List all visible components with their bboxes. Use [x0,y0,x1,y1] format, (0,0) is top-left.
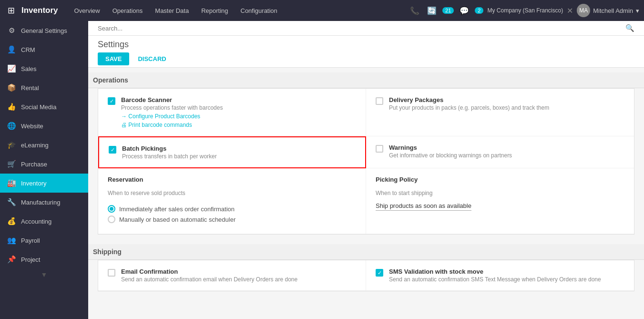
sidebar-label: CRM [21,46,35,53]
checkbox-barcode-box[interactable]: ✓ [108,97,115,105]
setting-barcode-scanner: ✓ Barcode Scanner Process operations fas… [98,89,366,136]
sidebar-item-rental[interactable]: 📦 Rental [0,78,88,97]
setting-picking-policy: Picking Policy When to start shipping Sh… [366,168,634,234]
chat-badge: 2 [475,7,483,14]
social-icon: 👍 [7,102,16,112]
discard-button[interactable]: DISCARD [133,52,171,65]
refresh-icon[interactable]: 🔄 [425,4,439,17]
user-name: Mitchell Admin [593,7,633,14]
menu-configuration[interactable]: Configuration [235,4,283,17]
email-content: Email Confirmation Send an automatic con… [121,268,356,283]
search-bar: 🔍 [88,21,644,36]
barcode-desc: Process operations faster with barcodes [121,104,356,111]
batch-content: Batch Pickings Process transfers in batc… [122,145,356,160]
inventory-icon: 🏭 [7,178,16,188]
checkbox-batch-box[interactable]: ✓ [109,146,116,154]
checkbox-email-box[interactable] [108,269,115,277]
barcode-content: Barcode Scanner Process operations faste… [121,96,356,128]
radio-manually-dot[interactable] [108,216,115,223]
menu-overview[interactable]: Overview [69,4,106,17]
setting-warnings: Warnings Get informative or blocking war… [366,136,634,168]
sidebar-item-website[interactable]: 🌐 Website [0,116,88,135]
app-title: Inventory [21,6,58,15]
settings-content: Operations ✓ Barcode Scanner Process ope… [88,68,644,319]
grid-icon[interactable]: ⊞ [5,3,18,18]
user-menu[interactable]: MA Mitchell Admin ▾ [577,4,639,17]
chat-icon[interactable]: 💬 [458,4,471,17]
barcode-name: Barcode Scanner [121,96,356,103]
email-desc: Send an automatic confirmation email whe… [121,276,356,283]
website-icon: 🌐 [7,121,16,131]
company-selector[interactable]: My Company (San Francisco) [487,7,563,14]
save-button[interactable]: SAVE [98,52,129,65]
sidebar: ⚙ General Settings 👤 CRM 📈 Sales 📦 Renta… [0,21,88,319]
picking-policy-select[interactable]: Ship products as soon as available [376,202,471,211]
section-operations: Operations [88,72,644,88]
setting-reservation: Reservation When to reserve sold product… [98,168,366,234]
checkbox-email[interactable] [108,269,115,277]
radio-immediately: Immediately after sales order confirmati… [108,205,235,213]
menu-master-data[interactable]: Master Data [149,4,194,17]
phone-icon[interactable]: 📞 [408,4,421,17]
checkbox-warnings[interactable] [376,145,383,153]
checkbox-sms[interactable]: ✓ [376,269,383,277]
configure-barcodes-link[interactable]: → Configure Product Barcodes [121,113,356,120]
sidebar-item-social-media[interactable]: 👍 Social Media [0,97,88,116]
checkbox-delivery[interactable] [376,97,383,105]
checkbox-warnings-box[interactable] [376,145,383,153]
sidebar-label: Website [21,123,43,130]
setting-email-confirmation: Email Confirmation Send an automatic con… [98,260,366,291]
setting-batch-pickings: ✓ Batch Pickings Process transfers in ba… [98,136,366,168]
search-input[interactable] [98,25,625,32]
purchase-icon: 🛒 [7,159,16,169]
sidebar-item-elearning[interactable]: 🎓 eLearning [0,135,88,154]
checkbox-barcode[interactable]: ✓ [108,97,115,105]
sidebar-item-manufacturing[interactable]: 🔧 Manufacturing [0,193,88,212]
reservation-radio-group: Immediately after sales order confirmati… [108,205,235,226]
sidebar-label: Project [21,256,40,263]
manufacturing-icon: 🔧 [7,197,16,207]
sidebar-label: Sales [21,65,37,72]
warnings-name: Warnings [389,144,624,151]
picking-policy-label: Picking Policy [376,176,418,183]
print-barcode-link[interactable]: 🖨 Print barcode commands [121,122,356,128]
sidebar-item-project[interactable]: 📌 Project [0,250,88,269]
accounting-icon: 💰 [7,216,16,226]
radio-immediately-label: Immediately after sales order confirmati… [119,206,235,213]
sidebar-item-inventory[interactable]: 🏭 Inventory [0,174,88,193]
menu-operations[interactable]: Operations [107,4,149,17]
top-right: 📞 🔄 21 💬 2 My Company (San Francisco) ✕ … [408,4,639,17]
sidebar-item-sales[interactable]: 📈 Sales [0,59,88,78]
sales-icon: 📈 [7,64,16,73]
user-avatar: MA [577,4,590,17]
sidebar-label: General Settings [21,27,67,34]
gear-icon: ⚙ [7,26,16,35]
checkbox-batch[interactable]: ✓ [109,146,116,154]
search-icon: 🔍 [625,24,634,32]
close-icon[interactable]: ✕ [567,6,573,15]
sidebar-label: Rental [21,84,39,92]
sms-name: SMS Validation with stock move [389,268,624,275]
batch-desc: Process transfers in batch per worker [122,153,356,160]
radio-immediately-dot[interactable] [108,205,115,213]
content-area: 🔍 Settings SAVE DISCARD Operations [88,21,644,319]
setting-delivery-packages: Delivery Packages Put your products in p… [366,89,634,136]
warnings-desc: Get informative or blocking warnings on … [389,152,624,159]
delivery-desc: Put your products in packs (e.g. parcels… [389,104,624,111]
scroll-down[interactable]: ▼ [0,269,88,280]
sidebar-item-payroll[interactable]: 👥 Payroll [0,231,88,250]
sidebar-item-purchase[interactable]: 🛒 Purchase [0,154,88,174]
section-shipping: Shipping [88,244,644,260]
sidebar-item-accounting[interactable]: 💰 Accounting [0,212,88,231]
sidebar-label: Accounting [21,218,51,225]
checkbox-delivery-box[interactable] [376,97,383,105]
checkbox-sms-box[interactable]: ✓ [376,269,383,277]
menu-reporting[interactable]: Reporting [195,4,234,17]
top-menu: Overview Operations Master Data Reportin… [69,4,405,17]
sidebar-item-general-settings[interactable]: ⚙ General Settings [0,21,88,40]
sidebar-label: Purchase [21,161,47,168]
sidebar-item-crm[interactable]: 👤 CRM [0,40,88,59]
refresh-badge: 21 [442,7,454,14]
page-title: Settings [98,40,129,50]
sidebar-label: Inventory [21,180,46,187]
